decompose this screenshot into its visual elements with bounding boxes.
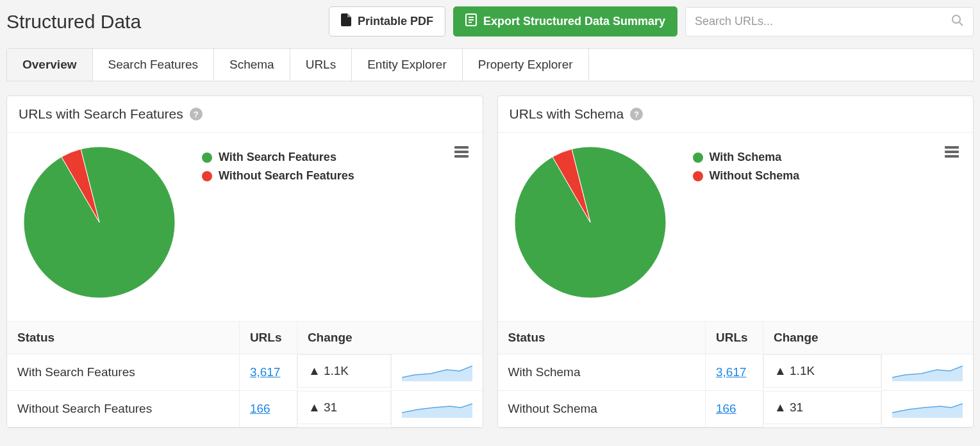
col-status: Status [7,322,239,354]
export-summary-button[interactable]: Export Structured Data Summary [453,6,677,37]
table-row: Without Schema 166 ▲ 31 [498,391,974,427]
legend-label: Without Search Features [219,169,354,183]
legend-dot-icon [202,153,212,163]
panel-schema: URLs with Schema ? With Schema Without S… [497,95,974,428]
tabs: Overview Search Features Schema URLs Ent… [6,48,974,81]
chart-menu-icon[interactable] [454,144,469,160]
table-row: Without Search Features 166 ▲ 31 [7,391,483,427]
pie-chart-schema [513,145,667,302]
legend-item-without[interactable]: Without Search Features [202,169,467,183]
table-row: With Search Features 3,617 ▲ 1.1K [7,354,483,391]
svg-marker-5 [892,366,963,381]
stats-table: Status URLs Change With Search Features … [7,321,483,427]
col-urls: URLs [239,322,297,354]
tab-property-explorer[interactable]: Property Explorer [463,49,589,81]
tab-search-features[interactable]: Search Features [93,49,214,81]
button-label: Export Structured Data Summary [483,15,665,28]
stats-table: Status URLs Change With Schema 3,617 ▲ 1… [498,321,974,427]
pie-chart-search-features [22,145,176,302]
legend-label: With Schema [710,151,782,164]
url-count-link[interactable]: 3,617 [250,365,281,379]
file-icon [341,13,351,29]
change-cell: ▲ 1.1K [297,354,391,388]
legend-dot-icon [693,153,703,163]
export-icon [465,13,477,29]
legend-label: With Search Features [219,151,336,164]
url-count-link[interactable]: 3,617 [716,365,747,379]
status-cell: With Search Features [7,354,239,391]
status-cell: Without Search Features [7,391,239,427]
tab-overview[interactable]: Overview [7,49,93,81]
help-icon[interactable]: ? [190,108,203,120]
status-cell: With Schema [498,354,706,391]
legend-dot-icon [693,171,703,181]
legend-item-with[interactable]: With Search Features [202,151,467,164]
col-change: Change [763,322,973,354]
panel-title: URLs with Search Features [19,106,183,122]
panel-search-features: URLs with Search Features ? With Search … [6,95,483,428]
svg-line-2 [959,22,963,26]
col-status: Status [498,322,706,354]
change-cell: ▲ 31 [297,391,391,424]
legend-label: Without Schema [710,169,800,183]
change-cell: ▲ 1.1K [763,354,881,388]
sparkline [391,391,483,427]
col-urls: URLs [705,322,763,354]
search-icon [951,14,964,29]
page-title: Structured Data [6,11,141,33]
svg-point-1 [952,15,960,23]
sparkline [391,354,483,391]
sparkline [882,354,974,391]
tab-urls[interactable]: URLs [290,49,353,81]
status-cell: Without Schema [498,391,706,427]
col-change: Change [297,322,482,354]
search-box[interactable] [685,7,974,37]
legend-item-with[interactable]: With Schema [693,151,958,164]
button-label: Printable PDF [358,15,433,28]
change-cell: ▲ 31 [763,391,881,424]
tab-entity-explorer[interactable]: Entity Explorer [352,49,463,81]
legend-item-without[interactable]: Without Schema [693,169,958,183]
panel-title: URLs with Schema [510,106,624,122]
sparkline [882,391,974,427]
legend-dot-icon [202,171,212,181]
search-input[interactable] [695,15,951,28]
chart-menu-icon[interactable] [945,144,959,160]
table-row: With Schema 3,617 ▲ 1.1K [498,354,974,391]
printable-pdf-button[interactable]: Printable PDF [329,6,445,37]
svg-marker-3 [402,366,472,381]
url-count-link[interactable]: 166 [716,402,736,415]
url-count-link[interactable]: 166 [250,402,270,415]
tab-schema[interactable]: Schema [214,49,290,81]
help-icon[interactable]: ? [630,108,643,120]
